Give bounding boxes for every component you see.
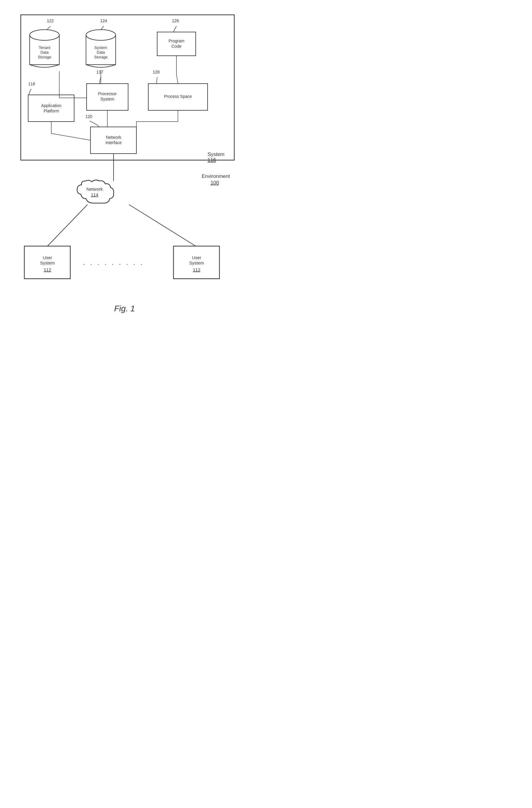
connector-cloud-left: [48, 205, 88, 246]
user-system-right-label: User: [192, 255, 201, 260]
system-label: System: [207, 151, 224, 157]
processor-system-label: Processor: [98, 91, 116, 96]
main-diagram: System 116 122 124 126 Tenant Data Stora…: [12, 9, 255, 388]
svg-text:System: System: [40, 260, 55, 265]
user-system-left-label: User: [43, 255, 52, 260]
ref-118: 118: [28, 81, 35, 86]
svg-text:Interface: Interface: [106, 140, 122, 145]
program-code-label: Program: [168, 39, 184, 43]
system-num: 116: [207, 157, 216, 163]
svg-text:Data: Data: [40, 50, 49, 55]
system-storage-label: System: [94, 45, 107, 50]
environment-num: 100: [210, 180, 219, 186]
figure-label: Fig. 1: [114, 304, 135, 313]
ref-124: 124: [100, 18, 107, 23]
network-cloud: Network 114: [77, 180, 114, 203]
tenant-storage-label: Tenant: [39, 45, 50, 50]
network-interface-label: Network: [106, 135, 121, 140]
svg-text:Network: Network: [86, 186, 103, 191]
system-storage-top: [86, 30, 116, 40]
svg-text:Platform: Platform: [43, 109, 59, 113]
svg-text:114: 114: [91, 192, 98, 197]
connector-cloud-right: [129, 205, 196, 246]
svg-text:Code: Code: [171, 44, 182, 49]
user-system-left-num: 112: [43, 267, 51, 272]
svg-text:Data: Data: [97, 50, 105, 55]
page: System 116 122 124 126 Tenant Data Stora…: [0, 0, 266, 406]
tenant-storage-top: [30, 30, 59, 40]
process-space-label: Process Space: [164, 94, 192, 99]
ref-117: 117: [96, 70, 104, 74]
svg-text:System: System: [189, 260, 204, 265]
svg-text:Storage: Storage: [38, 55, 51, 59]
svg-text:Storage: Storage: [94, 55, 108, 59]
app-platform-box: [28, 95, 74, 122]
dots-label: · · · · · · · · ·: [83, 260, 144, 268]
user-system-right-num: 112: [193, 267, 200, 272]
environment-label: Environment: [202, 173, 230, 179]
svg-text:System: System: [100, 97, 114, 102]
ref-120: 120: [86, 114, 93, 119]
app-platform-label: Application: [41, 103, 62, 108]
ref-126: 126: [172, 18, 179, 23]
ref-128: 128: [153, 70, 160, 74]
ref-122: 122: [47, 18, 54, 23]
